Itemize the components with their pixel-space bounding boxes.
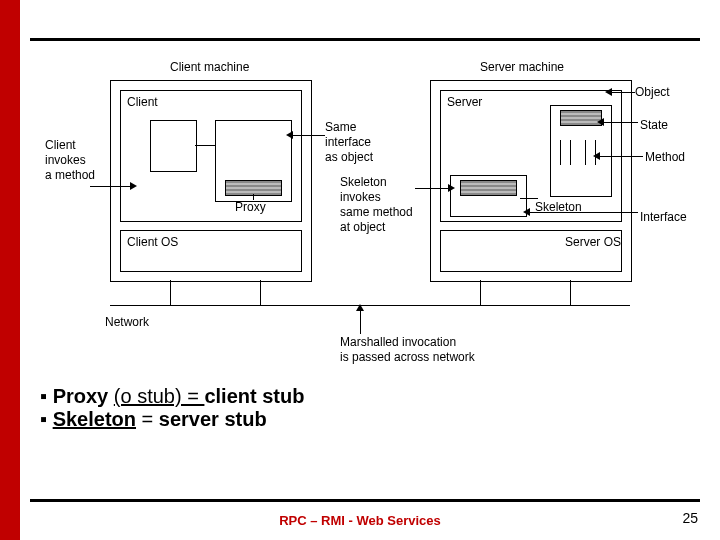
sk-inv-head — [448, 184, 455, 192]
bottom-divider — [30, 499, 700, 502]
box-object-state — [560, 110, 602, 126]
label-state: State — [640, 118, 668, 133]
label-marshalled: Marshalled invocation is passed across n… — [340, 335, 475, 365]
obj-arrow-head — [605, 88, 612, 96]
label-object: Object — [635, 85, 670, 100]
invokes-arrow-head — [130, 182, 137, 190]
b1-rest: (o stub) = — [114, 385, 205, 407]
client-net-drop1 — [170, 280, 171, 305]
method-arrow-shaft — [598, 156, 643, 157]
label-server: Server — [447, 95, 482, 110]
box-server-os: Server OS — [440, 230, 622, 272]
sk-inv-shaft — [415, 188, 450, 189]
same-if-line — [290, 135, 325, 136]
label-skeleton-invokes: Skeleton invokes same method at object — [340, 175, 413, 235]
bullet-list: Proxy (o stub) = client stub Skeleton = … — [40, 385, 680, 431]
label-same-interface: Same interface as object — [325, 120, 373, 165]
box-skeleton — [460, 180, 517, 196]
label-client: Client — [127, 95, 158, 110]
b1-bold: Proxy — [53, 385, 114, 407]
b2-bold2: server stub — [159, 408, 267, 430]
same-if-arrow — [286, 131, 293, 139]
obj-arrow-shaft — [610, 92, 635, 93]
method-bar-2 — [570, 140, 571, 165]
b1-bold2: client stub — [204, 385, 304, 407]
bullet-1: Proxy (o stub) = client stub — [40, 385, 680, 408]
server-net-drop2 — [570, 280, 571, 305]
state-arrow-head — [597, 118, 604, 126]
b2-bold: Skeleton — [53, 408, 136, 430]
label-network: Network — [105, 315, 149, 330]
network-line — [110, 305, 630, 306]
box-client-os: Client OS — [120, 230, 302, 272]
top-divider — [30, 38, 700, 41]
footer-text: RPC – RMI - Web Services — [0, 513, 720, 528]
if-arrow-head — [523, 208, 530, 216]
marshalled-shaft — [360, 310, 361, 334]
method-bar-1 — [560, 140, 561, 165]
bullet-2: Skeleton = server stub — [40, 408, 680, 431]
label-proxy: Proxy — [235, 200, 266, 215]
state-arrow-shaft — [602, 122, 638, 123]
label-server-machine: Server machine — [480, 60, 564, 75]
page-number: 25 — [682, 510, 698, 526]
client-net-drop2 — [260, 280, 261, 305]
proxy-pointer — [253, 194, 254, 200]
if-arrow-shaft — [528, 212, 638, 213]
architecture-diagram: Client machine Server machine Client Pro… — [50, 60, 690, 370]
slide: Client machine Server machine Client Pro… — [0, 0, 720, 540]
method-bar-3 — [585, 140, 586, 165]
label-client-os: Client OS — [127, 235, 178, 250]
label-server-os: Server OS — [447, 235, 627, 250]
invokes-arrow-shaft — [90, 186, 130, 187]
label-method: Method — [645, 150, 685, 165]
label-interface: Interface — [640, 210, 687, 225]
skeleton-pointer — [520, 198, 538, 199]
marshalled-head — [356, 304, 364, 311]
invoke-src — [150, 120, 197, 172]
method-arrow-head — [593, 152, 600, 160]
left-red-bar — [0, 0, 20, 540]
label-client-machine: Client machine — [170, 60, 249, 75]
label-client-invokes: Client invokes a method — [45, 138, 95, 183]
invoke-line — [195, 145, 215, 146]
b2-rest: = — [136, 408, 159, 430]
server-net-drop1 — [480, 280, 481, 305]
